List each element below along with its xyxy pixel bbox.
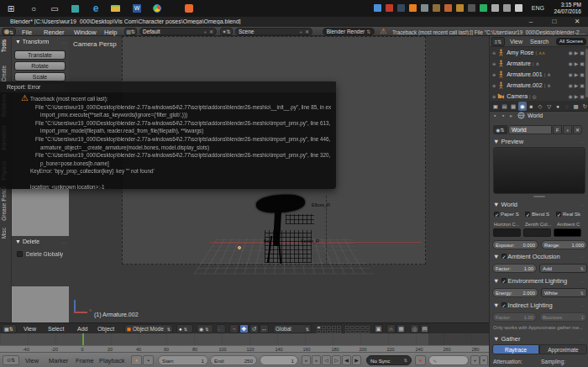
gather-panel-header[interactable]: ▼ Gather <box>493 335 520 343</box>
play-reverse-button[interactable]: ◀ <box>342 355 351 365</box>
outliner-item-armature[interactable]: ⊕ Armature |⋔ ◉▶▣ <box>492 58 585 69</box>
menu-render[interactable]: Render <box>44 29 65 36</box>
fake-user-button[interactable]: F <box>553 125 562 134</box>
frame-start-field[interactable]: Start: 1 <box>158 355 208 365</box>
preview-panel-header[interactable]: ▼ Preview <box>493 138 523 145</box>
tl-menu-playback[interactable]: Playback <box>99 357 124 364</box>
prev-keyframe-button[interactable]: ◁ <box>322 355 331 365</box>
play-button[interactable]: ▶ <box>352 355 361 365</box>
outliner-row-toggles[interactable]: ◉▶▣ <box>568 82 585 88</box>
v3d-menu-view[interactable]: View <box>24 326 36 332</box>
close-button[interactable]: ✕ <box>570 18 584 26</box>
tl-menu-marker[interactable]: Marker <box>49 357 68 364</box>
manipulator-translate-button[interactable]: ✚ <box>239 324 249 333</box>
taskbar-clock[interactable]: 3:15 PM 24/07/2016 <box>554 2 581 15</box>
language-indicator[interactable]: ENG <box>532 5 544 11</box>
sync-mode-select[interactable]: No Sync ⇅ <box>366 355 412 365</box>
blend-sky-checkbox[interactable]: ✓Blend S <box>525 212 549 217</box>
timeline-current-frame-cursor[interactable] <box>82 333 84 345</box>
zenith-color-swatch[interactable] <box>523 228 551 237</box>
start-button-icon[interactable]: ⊞ <box>5 3 17 14</box>
next-keyframe-button[interactable]: ▷ <box>332 355 341 365</box>
manipulator-rotate-button[interactable]: ↺ <box>249 324 259 333</box>
jump-to-end-button[interactable]: » <box>312 355 321 365</box>
tab-render-layers-icon[interactable]: ▤ <box>501 102 509 111</box>
toolshelf-tab-grease-pencil[interactable]: Grease Pencil <box>1 186 7 221</box>
error-report-popup[interactable]: Report: Error ⚠ Traceback (most recent c… <box>0 81 336 189</box>
task-view-icon[interactable]: ▭ <box>49 3 60 14</box>
preview-resize-grip[interactable] <box>533 196 545 197</box>
env-color-select[interactable]: White⇅ <box>541 288 587 297</box>
exposure-slider[interactable]: Exposur:0.000 <box>492 240 538 249</box>
paper-sky-checkbox[interactable]: ✓Paper S <box>494 212 519 217</box>
tab-object-icon[interactable]: ■ <box>528 102 536 111</box>
toolshelf-tab-create[interactable]: Create <box>1 66 7 82</box>
manipulator-scale-button[interactable]: ↔ <box>260 324 269 333</box>
render-opengl-icon[interactable]: ◎ <box>410 324 419 333</box>
scene-icon[interactable]: ✦⇅ <box>220 28 233 35</box>
screen-layout-icon[interactable]: ▥⇅ <box>124 28 137 35</box>
menu-file[interactable]: File <box>22 29 32 36</box>
timeline-ruler[interactable]: -40 -20 0 20 40 60 80 100 120 140 160 18… <box>0 345 489 352</box>
world-datablock-browse-icon[interactable]: ◉⇅ <box>493 125 507 134</box>
outliner-item-armature-001[interactable]: ⊕ Armature.001 |⋔ ◉▶▣ <box>492 69 585 80</box>
tab-scene-icon[interactable]: ▦ <box>509 102 517 111</box>
scale-button[interactable]: Scale <box>14 72 66 81</box>
real-sky-checkbox[interactable]: ✓Real Sk <box>556 212 580 217</box>
tray-icon-sound-mixer[interactable] <box>444 4 452 12</box>
tl-menu-frame[interactable]: Frame <box>76 357 94 364</box>
gather-approximate-button[interactable]: Approximate <box>539 344 587 354</box>
tray-icon-antivirus[interactable] <box>386 4 393 12</box>
chrome-icon[interactable] <box>151 3 163 14</box>
v3d-menu-select[interactable]: Select <box>48 326 64 332</box>
maximize-button[interactable]: □ <box>548 18 561 26</box>
tray-icon-usb[interactable] <box>468 4 475 12</box>
layout-add-icon[interactable]: ＋ <box>202 29 207 35</box>
v3d-menu-add[interactable]: Add <box>77 326 87 332</box>
edge-icon[interactable]: e <box>90 3 102 14</box>
keying-set-field[interactable]: ∿ <box>428 355 469 365</box>
env-panel-header[interactable]: ▼ ✓ Environment Lighting <box>493 277 567 285</box>
tab-material-icon[interactable]: ◌ <box>563 102 571 111</box>
world-panel-header[interactable]: ▼ World <box>493 201 517 208</box>
tab-physics-icon[interactable]: ↻ <box>580 102 588 111</box>
outliner-row-toggles[interactable]: ◉▶▣ <box>568 71 585 77</box>
record-button[interactable]: ● <box>415 355 426 365</box>
file-explorer-icon[interactable] <box>109 3 121 14</box>
tray-icon-app2[interactable] <box>421 4 428 12</box>
delete-panel-header[interactable]: ▼ Delete <box>15 239 39 244</box>
header-error-summary[interactable]: Traceback (most recent call last):[] Fil… <box>392 29 587 35</box>
ambient-color-swatch[interactable] <box>554 228 581 237</box>
editor-type-timeline-icon[interactable]: ⊙⇅ <box>3 355 19 365</box>
horizon-color-swatch[interactable] <box>493 228 521 237</box>
tab-data-icon[interactable]: ● <box>554 102 562 111</box>
transform-panel-header[interactable]: ▼ Transform <box>15 39 49 45</box>
outliner-menu-search[interactable]: Search <box>530 39 549 45</box>
tl-menu-view[interactable]: View <box>25 357 39 364</box>
tab-modifiers-icon[interactable]: ▽ <box>545 102 554 111</box>
render-engine-select[interactable]: Blender Render⇅ <box>323 28 375 35</box>
timeline-track[interactable] <box>0 333 489 345</box>
tray-icon-network[interactable] <box>491 4 499 12</box>
tray-icon-app3[interactable] <box>433 4 440 12</box>
store-icon[interactable] <box>69 3 81 14</box>
lock-to-scene-icon[interactable]: ▣ <box>374 324 383 333</box>
ao-panel-header[interactable]: ▼ ✓ Ambient Occlusion <box>493 253 560 260</box>
snap-element-icon[interactable]: ▦ <box>396 324 406 333</box>
toolshelf-tab-misc[interactable]: Misc <box>1 228 7 239</box>
manipulator-axes-icon[interactable]: ⌁ <box>229 324 239 333</box>
scene-close-icon[interactable]: ✕ <box>305 29 309 35</box>
tray-icon-battery[interactable] <box>480 4 487 12</box>
render-opengl-anim-icon[interactable]: ▤ <box>420 324 429 333</box>
outliner-filter-select[interactable]: All Scenes <box>556 38 586 45</box>
datablock-add-button[interactable]: ＋ <box>563 125 572 134</box>
minimize-button[interactable]: – <box>524 18 538 26</box>
gather-raytrace-button[interactable]: Raytrace <box>492 344 539 354</box>
tray-icon-cloud[interactable] <box>374 4 381 12</box>
tray-icon-update[interactable] <box>397 4 405 12</box>
rotate-button[interactable]: Rotate <box>14 61 66 71</box>
tray-icon-action-center[interactable] <box>515 4 522 12</box>
scene-add-icon[interactable]: ＋ <box>298 29 303 35</box>
menu-help[interactable]: Help <box>104 29 117 36</box>
tab-render-icon[interactable]: ▣ <box>491 102 500 111</box>
